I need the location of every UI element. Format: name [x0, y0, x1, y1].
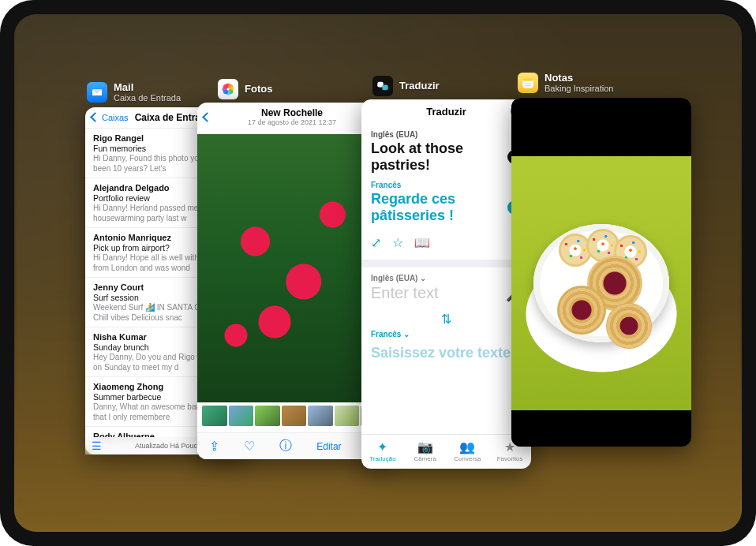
photos-back-button[interactable]: [204, 110, 212, 124]
mail-back-label: Caixas: [102, 113, 129, 122]
target-text-value: Regarde ces pâtisseries !: [371, 191, 455, 223]
mail-app-icon: [87, 82, 107, 103]
switcher-label-translate: Traduzir: [372, 76, 440, 96]
input-placeholder: Enter text: [371, 284, 439, 301]
switcher-label-notes: Notas Baking Inspiration: [518, 73, 613, 93]
source-text: Look at those pastries!: [371, 140, 522, 173]
swap-languages-icon[interactable]: ⇅: [361, 309, 531, 330]
translate-app-icon: [372, 76, 393, 96]
info-icon[interactable]: ⓘ: [279, 438, 292, 454]
notes-app-icon: [518, 73, 538, 93]
output-lang-label[interactable]: Francês ⌄: [371, 330, 522, 338]
notes-letterbox-top: [511, 98, 691, 156]
svg-rect-9: [382, 85, 388, 91]
favorite-icon[interactable]: ♡: [244, 439, 255, 454]
dictionary-icon[interactable]: 📖: [414, 235, 430, 250]
share-icon[interactable]: ⇪: [209, 439, 219, 454]
cookie-illustration: [606, 303, 652, 349]
output-placeholder: Saisissez votre texte: [371, 345, 511, 361]
switcher-label-title: Traduzir: [399, 80, 440, 92]
translate-action-row: ⤢ ☆ 📖: [361, 230, 531, 260]
photo-thumbnail[interactable]: [202, 406, 227, 426]
photo-thumbnail[interactable]: [255, 406, 280, 426]
favorite-icon[interactable]: ☆: [392, 235, 403, 250]
translate-result-block: Inglês (EUA) Look at those pastries! Fra…: [361, 124, 531, 230]
translate-input-block: Inglês (EUA) ⌄ Enter text 🎤: [361, 267, 531, 309]
switcher-label-title: Fotos: [245, 84, 272, 95]
photos-app-icon: [218, 79, 238, 99]
source-text-value: Look at those pastries!: [371, 140, 463, 173]
photos-location: New Rochelle: [248, 107, 336, 118]
translate-tabbar: ✦Tradução📷Câmera👥Conversa★Favoritos: [361, 434, 531, 469]
translate-output-block: Francês ⌄: [361, 330, 531, 345]
switcher-card-translate[interactable]: Traduzir ⋯ Inglês (EUA) Look at those pa…: [361, 99, 531, 469]
app-switcher-screen[interactable]: Mail Caixa de Entrada Fotos Traduzir: [14, 14, 742, 532]
tab-conversa[interactable]: 👥Conversa: [447, 435, 489, 469]
tab-label: Favoritos: [497, 455, 523, 462]
input-lang-label[interactable]: Inglês (EUA) ⌄: [371, 274, 522, 282]
tab-icon: 📷: [417, 441, 433, 454]
tab-label: Câmera: [414, 455, 436, 462]
switcher-label-mail: Mail Caixa de Entrada: [87, 82, 181, 103]
mail-status: Atualizado Há Pouco: [135, 442, 201, 450]
tab-tradução[interactable]: ✦Tradução: [361, 435, 404, 469]
switcher-label-title: Notas: [545, 73, 613, 84]
photo-thumbnail[interactable]: [335, 406, 360, 426]
switcher-label-subtitle: Caixa de Entrada: [114, 93, 181, 103]
tab-câmera[interactable]: 📷Câmera: [404, 435, 447, 469]
mail-back-button[interactable]: Caixas: [92, 113, 129, 122]
expand-icon[interactable]: ⤢: [371, 235, 381, 250]
svg-rect-11: [522, 77, 533, 81]
switcher-label-subtitle: Baking Inspiration: [545, 84, 613, 93]
tab-label: Tradução: [369, 455, 396, 462]
tab-label: Conversa: [454, 455, 481, 462]
switcher-card-notes[interactable]: [511, 98, 691, 447]
ipad-frame: Mail Caixa de Entrada Fotos Traduzir: [0, 0, 756, 546]
translate-title: Traduzir: [426, 106, 466, 118]
target-text: Regarde ces pâtisseries !: [371, 191, 522, 223]
switcher-label-title: Mail: [114, 82, 181, 93]
edit-button[interactable]: Editar: [316, 441, 341, 452]
photo-thumbnail[interactable]: [308, 406, 333, 426]
chevron-left-icon: [92, 113, 100, 122]
translate-input[interactable]: Enter text 🎤: [371, 284, 522, 302]
photos-datetime: 17 de agosto de 2021 12:37: [248, 118, 336, 126]
tab-icon: ✦: [377, 441, 387, 454]
photo-thumbnail[interactable]: [282, 406, 307, 426]
divider: [361, 260, 531, 267]
notes-letterbox-bottom: [511, 410, 691, 447]
translate-output[interactable]: Saisissez votre texte 🎤: [361, 345, 531, 368]
translate-navbar: Traduzir ⋯: [361, 99, 531, 124]
tab-icon: 👥: [459, 441, 475, 454]
switcher-label-photos: Fotos: [218, 79, 272, 99]
cookie-illustration: [557, 286, 606, 335]
svg-point-7: [223, 84, 228, 89]
source-lang-label[interactable]: Inglês (EUA): [371, 130, 522, 139]
photo-thumbnail[interactable]: [229, 406, 254, 426]
mail-filter-icon[interactable]: ☰: [92, 439, 102, 452]
target-lang-label[interactable]: Francês: [371, 181, 522, 189]
